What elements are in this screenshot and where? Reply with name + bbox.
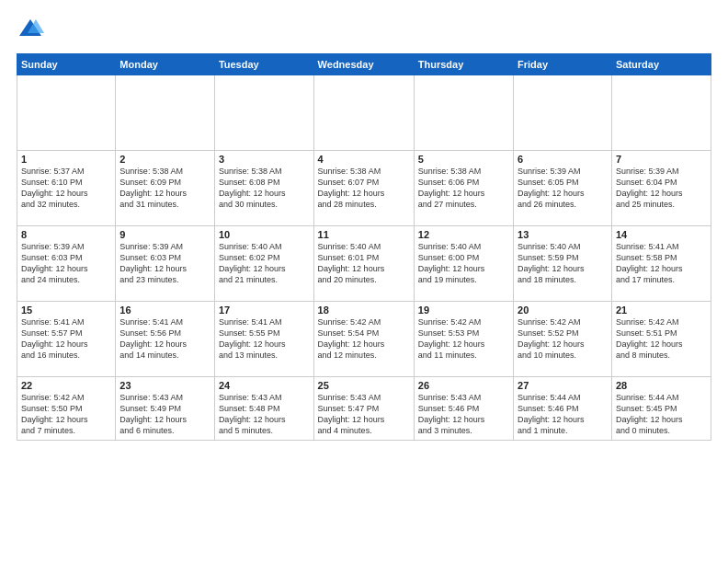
day-number: 21 bbox=[616, 304, 707, 316]
table-row bbox=[611, 75, 711, 151]
table-row: 17Sunrise: 5:41 AMSunset: 5:55 PMDayligh… bbox=[214, 302, 313, 377]
day-info: Sunrise: 5:39 AMSunset: 6:03 PMDaylight:… bbox=[119, 241, 210, 286]
day-number: 2 bbox=[119, 154, 210, 165]
table-row: 1Sunrise: 5:37 AMSunset: 6:10 PMDaylight… bbox=[17, 151, 116, 226]
calendar-week-row: 15Sunrise: 5:41 AMSunset: 5:57 PMDayligh… bbox=[17, 302, 711, 377]
table-row: 13Sunrise: 5:40 AMSunset: 5:59 PMDayligh… bbox=[514, 226, 612, 302]
table-row: 23Sunrise: 5:43 AMSunset: 5:49 PMDayligh… bbox=[116, 377, 215, 441]
day-number: 20 bbox=[518, 304, 608, 316]
table-row bbox=[17, 75, 116, 151]
table-row: 18Sunrise: 5:42 AMSunset: 5:54 PMDayligh… bbox=[313, 302, 414, 377]
table-row: 12Sunrise: 5:40 AMSunset: 6:00 PMDayligh… bbox=[414, 226, 513, 302]
day-number: 8 bbox=[21, 229, 111, 240]
day-info: Sunrise: 5:43 AMSunset: 5:47 PMDaylight:… bbox=[318, 392, 410, 437]
day-info: Sunrise: 5:41 AMSunset: 5:56 PMDaylight:… bbox=[119, 316, 210, 362]
day-number: 15 bbox=[21, 304, 111, 316]
table-row: 20Sunrise: 5:42 AMSunset: 5:52 PMDayligh… bbox=[514, 302, 612, 377]
day-number: 26 bbox=[418, 380, 509, 391]
table-row: 11Sunrise: 5:40 AMSunset: 6:01 PMDayligh… bbox=[313, 226, 414, 302]
day-number: 23 bbox=[119, 380, 210, 391]
table-row: 7Sunrise: 5:39 AMSunset: 6:04 PMDaylight… bbox=[611, 151, 711, 226]
table-row bbox=[313, 75, 414, 151]
day-info: Sunrise: 5:41 AMSunset: 5:55 PMDaylight:… bbox=[219, 316, 310, 362]
logo-icon bbox=[17, 17, 44, 44]
day-number: 6 bbox=[518, 154, 608, 165]
day-info: Sunrise: 5:43 AMSunset: 5:46 PMDaylight:… bbox=[418, 392, 509, 437]
table-row: 10Sunrise: 5:40 AMSunset: 6:02 PMDayligh… bbox=[214, 226, 313, 302]
day-number: 24 bbox=[219, 380, 310, 391]
table-row: 2Sunrise: 5:38 AMSunset: 6:09 PMDaylight… bbox=[116, 151, 215, 226]
day-info: Sunrise: 5:42 AMSunset: 5:54 PMDaylight:… bbox=[318, 316, 410, 362]
day-number: 22 bbox=[21, 380, 111, 391]
header-friday: Friday bbox=[514, 54, 612, 75]
day-number: 18 bbox=[318, 304, 410, 316]
header-wednesday: Wednesday bbox=[313, 54, 414, 75]
day-number: 11 bbox=[318, 229, 410, 240]
calendar-week-row: 22Sunrise: 5:42 AMSunset: 5:50 PMDayligh… bbox=[17, 377, 711, 441]
day-info: Sunrise: 5:42 AMSunset: 5:51 PMDaylight:… bbox=[616, 316, 707, 362]
day-info: Sunrise: 5:39 AMSunset: 6:05 PMDaylight:… bbox=[518, 166, 608, 211]
table-row: 16Sunrise: 5:41 AMSunset: 5:56 PMDayligh… bbox=[116, 302, 215, 377]
calendar-week-row: 1Sunrise: 5:37 AMSunset: 6:10 PMDaylight… bbox=[17, 151, 711, 226]
table-row: 8Sunrise: 5:39 AMSunset: 6:03 PMDaylight… bbox=[17, 226, 116, 302]
table-row: 21Sunrise: 5:42 AMSunset: 5:51 PMDayligh… bbox=[611, 302, 711, 377]
table-row: 14Sunrise: 5:41 AMSunset: 5:58 PMDayligh… bbox=[611, 226, 711, 302]
table-row: 22Sunrise: 5:42 AMSunset: 5:50 PMDayligh… bbox=[17, 377, 116, 441]
day-info: Sunrise: 5:38 AMSunset: 6:06 PMDaylight:… bbox=[418, 166, 509, 211]
header-thursday: Thursday bbox=[414, 54, 513, 75]
calendar-week-row: 8Sunrise: 5:39 AMSunset: 6:03 PMDaylight… bbox=[17, 226, 711, 302]
day-info: Sunrise: 5:40 AMSunset: 5:59 PMDaylight:… bbox=[518, 241, 608, 286]
day-info: Sunrise: 5:42 AMSunset: 5:52 PMDaylight:… bbox=[518, 316, 608, 362]
day-info: Sunrise: 5:39 AMSunset: 6:04 PMDaylight:… bbox=[616, 166, 707, 211]
table-row: 5Sunrise: 5:38 AMSunset: 6:06 PMDaylight… bbox=[414, 151, 513, 226]
weekday-header-row: Sunday Monday Tuesday Wednesday Thursday… bbox=[17, 54, 711, 75]
table-row: 26Sunrise: 5:43 AMSunset: 5:46 PMDayligh… bbox=[414, 377, 513, 441]
day-info: Sunrise: 5:41 AMSunset: 5:58 PMDaylight:… bbox=[616, 241, 707, 286]
day-info: Sunrise: 5:43 AMSunset: 5:49 PMDaylight:… bbox=[119, 392, 210, 437]
table-row bbox=[214, 75, 313, 151]
day-number: 5 bbox=[418, 154, 509, 165]
day-info: Sunrise: 5:43 AMSunset: 5:48 PMDaylight:… bbox=[219, 392, 310, 437]
table-row: 4Sunrise: 5:38 AMSunset: 6:07 PMDaylight… bbox=[313, 151, 414, 226]
table-row bbox=[116, 75, 215, 151]
day-info: Sunrise: 5:38 AMSunset: 6:07 PMDaylight:… bbox=[318, 166, 410, 211]
day-number: 7 bbox=[616, 154, 707, 165]
calendar-week-row bbox=[17, 75, 711, 151]
day-info: Sunrise: 5:44 AMSunset: 5:46 PMDaylight:… bbox=[518, 392, 608, 437]
day-info: Sunrise: 5:38 AMSunset: 6:08 PMDaylight:… bbox=[219, 166, 310, 211]
day-info: Sunrise: 5:41 AMSunset: 5:57 PMDaylight:… bbox=[21, 316, 111, 362]
header-monday: Monday bbox=[116, 54, 215, 75]
table-row: 19Sunrise: 5:42 AMSunset: 5:53 PMDayligh… bbox=[414, 302, 513, 377]
table-row: 15Sunrise: 5:41 AMSunset: 5:57 PMDayligh… bbox=[17, 302, 116, 377]
day-number: 12 bbox=[418, 229, 509, 240]
header-sunday: Sunday bbox=[17, 54, 116, 75]
day-number: 28 bbox=[616, 380, 707, 391]
day-number: 9 bbox=[119, 229, 210, 240]
day-info: Sunrise: 5:37 AMSunset: 6:10 PMDaylight:… bbox=[21, 166, 111, 211]
table-row bbox=[414, 75, 513, 151]
table-row: 3Sunrise: 5:38 AMSunset: 6:08 PMDaylight… bbox=[214, 151, 313, 226]
logo bbox=[17, 17, 48, 44]
day-info: Sunrise: 5:42 AMSunset: 5:50 PMDaylight:… bbox=[21, 392, 111, 437]
day-info: Sunrise: 5:44 AMSunset: 5:45 PMDaylight:… bbox=[616, 392, 707, 437]
page-header bbox=[17, 17, 711, 44]
day-number: 17 bbox=[219, 304, 310, 316]
day-number: 3 bbox=[219, 154, 310, 165]
day-info: Sunrise: 5:40 AMSunset: 6:02 PMDaylight:… bbox=[219, 241, 310, 286]
table-row: 24Sunrise: 5:43 AMSunset: 5:48 PMDayligh… bbox=[214, 377, 313, 441]
table-row: 6Sunrise: 5:39 AMSunset: 6:05 PMDaylight… bbox=[514, 151, 612, 226]
calendar-table: Sunday Monday Tuesday Wednesday Thursday… bbox=[17, 53, 711, 441]
table-row: 28Sunrise: 5:44 AMSunset: 5:45 PMDayligh… bbox=[611, 377, 711, 441]
calendar-page: Sunday Monday Tuesday Wednesday Thursday… bbox=[0, 0, 728, 563]
day-info: Sunrise: 5:40 AMSunset: 6:01 PMDaylight:… bbox=[318, 241, 410, 286]
header-tuesday: Tuesday bbox=[214, 54, 313, 75]
day-info: Sunrise: 5:39 AMSunset: 6:03 PMDaylight:… bbox=[21, 241, 111, 286]
table-row: 9Sunrise: 5:39 AMSunset: 6:03 PMDaylight… bbox=[116, 226, 215, 302]
day-number: 16 bbox=[119, 304, 210, 316]
day-info: Sunrise: 5:42 AMSunset: 5:53 PMDaylight:… bbox=[418, 316, 509, 362]
table-row bbox=[514, 75, 612, 151]
day-number: 10 bbox=[219, 229, 310, 240]
day-info: Sunrise: 5:38 AMSunset: 6:09 PMDaylight:… bbox=[119, 166, 210, 211]
day-number: 25 bbox=[318, 380, 410, 391]
day-number: 27 bbox=[518, 380, 608, 391]
